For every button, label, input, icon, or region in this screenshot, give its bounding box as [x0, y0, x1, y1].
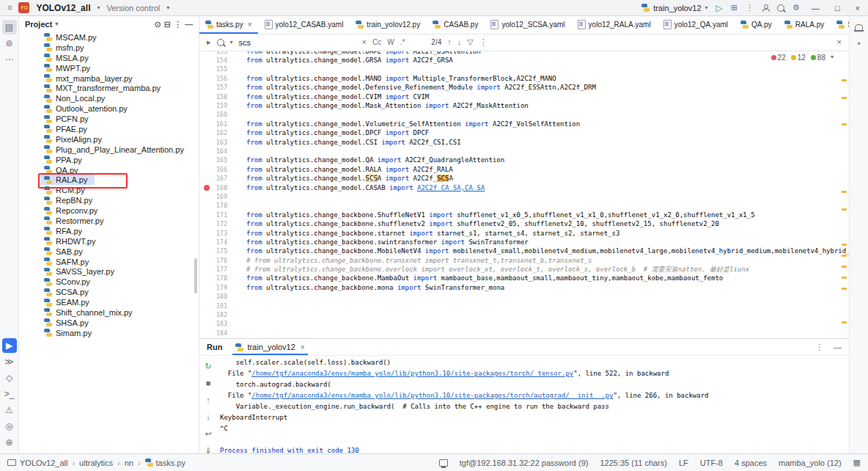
gutter-line-184[interactable]: 184	[199, 329, 238, 337]
project-file-Simam.py[interactable]: Simam.py	[44, 328, 199, 338]
minimize-button[interactable]: —	[808, 4, 823, 12]
python-console-button[interactable]: ≫	[2, 354, 17, 369]
editor-tab-RALA.py[interactable]: RALA.py	[779, 16, 831, 34]
file-link[interactable]: /home/tgf/anaconda3/envs/mamba_yolo/lib/…	[251, 370, 573, 377]
run-options-icon[interactable]: ⊞	[731, 4, 738, 12]
gutter-line-183[interactable]: 183	[199, 319, 238, 328]
file-link[interactable]: A2C2f_CA_SA,CA_SA	[417, 184, 485, 191]
settings-gear-icon[interactable]: ⚙	[792, 4, 800, 12]
search-input[interactable]: scs	[239, 38, 356, 47]
stop-button[interactable]: ■	[206, 376, 211, 389]
editor-tab-SCSA.py[interactable]: SCSA.py	[831, 16, 849, 34]
project-file-SHSA.py[interactable]: SHSA.py	[44, 318, 199, 328]
gutter-line-172[interactable]: 172	[199, 219, 238, 228]
project-file-RCM.py[interactable]: RCM.py	[44, 185, 199, 195]
gutter-line-162[interactable]: 162	[199, 128, 238, 137]
code-with-me-icon[interactable]	[762, 4, 769, 12]
project-file-Repconv.py[interactable]: Repconv.py	[44, 205, 199, 216]
project-file-RHDWT.py[interactable]: RHDWT.py	[44, 236, 199, 247]
run-panel-title[interactable]: Run	[207, 343, 222, 351]
gutter-line-177[interactable]: 177	[199, 265, 238, 274]
breadcrumb-ultralytics[interactable]: ultralytics	[79, 459, 113, 467]
expand-search-icon[interactable]: ▸	[207, 38, 211, 46]
project-file-PPA.py[interactable]: PPA.py	[44, 155, 199, 165]
problems-button[interactable]: ⚠	[2, 403, 17, 417]
project-file-Restormer.py[interactable]: Restormer.py	[44, 216, 199, 226]
breadcrumb-tasks.py[interactable]: tasks.py	[156, 459, 185, 467]
rerun-button[interactable]: ↻	[205, 359, 211, 372]
filter-search-icon[interactable]: ▽	[467, 38, 473, 46]
project-file-MSLA.py[interactable]: MSLA.py	[44, 53, 199, 63]
close-search-icon[interactable]: ×	[837, 38, 842, 46]
breadcrumb-YOLOv12_all[interactable]: YOLOv12_all	[20, 459, 67, 467]
more-tool-windows-button[interactable]: ⋯	[2, 52, 17, 67]
status-item[interactable]: LF	[679, 459, 688, 467]
project-file-mxt_mamba_layer.py[interactable]: mxt_mamba_layer.py	[44, 73, 199, 84]
gutter-line-165[interactable]: 165	[199, 156, 238, 164]
gutter-line-163[interactable]: 163	[199, 138, 238, 147]
status-item[interactable]: tgf@192.168.31.32:22 password (9)	[460, 459, 589, 467]
status-item[interactable]: 4 spaces	[735, 459, 767, 467]
previous-match-icon[interactable]: ↑	[447, 38, 452, 46]
project-panel-title[interactable]: Project	[25, 20, 52, 29]
run-configuration-selector[interactable]: train_yolov12 ▾	[641, 4, 707, 12]
vcs-widget[interactable]: Version control	[106, 4, 160, 12]
run-panel-options-icon[interactable]: ⋮	[815, 343, 823, 351]
close-run-tab-icon[interactable]: ×	[301, 343, 305, 351]
project-file-QA.py[interactable]: QA.py	[44, 165, 199, 175]
project-file-Plug_and_Play_Linear_Attention.py[interactable]: Plug_and_Play_Linear_Attention.py	[44, 145, 199, 155]
editor-tab-train_yolov12.py[interactable]: train_yolov12.py	[350, 16, 427, 34]
gutter-line-182[interactable]: 182	[199, 310, 238, 319]
project-file-RFA.py[interactable]: RFA.py	[44, 226, 199, 236]
main-menu-icon[interactable]: ≡	[7, 4, 12, 12]
match-case-toggle[interactable]: Cc	[372, 38, 381, 46]
project-file-SAB.py[interactable]: SAB.py	[44, 247, 199, 257]
gutter-line-159[interactable]: 159	[199, 101, 238, 110]
project-file-MWPT.py[interactable]: MWPT.py	[44, 63, 199, 73]
project-name[interactable]: YOLOv12_all	[36, 3, 90, 13]
status-item[interactable]: 1225:35 (11 chars)	[600, 459, 667, 467]
terminal-button[interactable]: >_	[2, 387, 17, 401]
status-item[interactable]: mamba_yolo (12)	[779, 459, 842, 467]
project-file-PCFN.py[interactable]: PCFN.py	[44, 114, 199, 124]
gutter-line-164[interactable]: 164	[199, 147, 238, 156]
run-tab[interactable]: train_yolov12 ×	[232, 339, 307, 355]
gutter-line-181[interactable]: 181	[199, 302, 238, 310]
code-editor[interactable]: 1531541551561571581591601611621631641651…	[199, 51, 849, 338]
inspections-widget[interactable]: 22 12 88 ▾	[769, 54, 836, 62]
editor-tab-CASAB.py[interactable]: CASAB.py	[427, 16, 485, 34]
run-tool-button[interactable]: ▶	[2, 338, 17, 353]
commit-tool-button[interactable]: ⊚	[2, 36, 17, 51]
panel-options-icon[interactable]: ⋮	[174, 21, 182, 29]
project-file-SAVSS_layer.py[interactable]: SAVSS_layer.py	[44, 266, 199, 277]
scroll-to-end-button[interactable]: ⇓	[205, 443, 211, 453]
regex-toggle[interactable]: .*	[400, 38, 405, 46]
editor-tab-QA.py[interactable]: QA.py	[735, 16, 779, 34]
gutter-line-158[interactable]: 158	[199, 92, 238, 101]
gutter-line-154[interactable]: 154	[199, 56, 238, 65]
gutter-line-168[interactable]: 168	[199, 183, 238, 192]
status-item[interactable]: UTF-8	[700, 459, 723, 467]
search-options-icon[interactable]: ⋮	[479, 38, 488, 46]
run-console[interactable]: self.scaler.scale(self.loss).backward() …	[217, 356, 849, 453]
services-button[interactable]: ⊕	[2, 435, 17, 450]
breakpoint-icon[interactable]	[204, 185, 210, 191]
gutter-line-178[interactable]: 178	[199, 274, 238, 282]
search-everywhere-icon[interactable]	[777, 4, 784, 12]
gutter-line-180[interactable]: 180	[199, 292, 238, 301]
file-link[interactable]: /home/tgf/anaconda3/envs/mamba_yolo/lib/…	[251, 392, 613, 399]
python-packages-button[interactable]: ◇	[2, 370, 17, 385]
notifications-button[interactable]	[852, 20, 867, 34]
close-button[interactable]: ×	[852, 4, 864, 12]
project-file-SCSA.py[interactable]: SCSA.py	[44, 287, 199, 297]
gutter-line-173[interactable]: 173	[199, 229, 238, 238]
ai-assistant-button[interactable]: ⋆	[852, 36, 867, 51]
editor-tab-yolo12_QA.yaml[interactable]: yolo12_QA.yaml	[658, 16, 735, 34]
locate-file-icon[interactable]: ⊙	[155, 21, 161, 29]
run-button[interactable]: ▷	[716, 4, 723, 12]
gutter-line-155[interactable]: 155	[199, 65, 238, 73]
gutter-line-174[interactable]: 174	[199, 238, 238, 247]
next-occurrence-button[interactable]: ↓	[206, 409, 210, 423]
project-file-RepBN.py[interactable]: RepBN.py	[44, 195, 199, 205]
maximize-button[interactable]: □	[831, 4, 844, 12]
